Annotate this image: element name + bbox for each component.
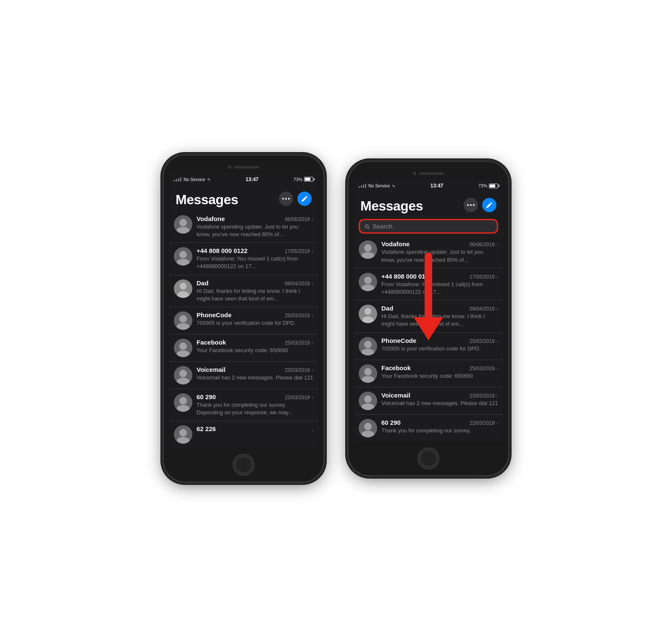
right-date-44808: 17/05/2019 (470, 274, 495, 280)
left-message-content-44808: +44 808 000 0122 17/05/2019 › From Vodaf… (197, 247, 313, 270)
left-message-content-dad: Dad 09/04/2019 › Hi Dad, thanks for lett… (197, 279, 313, 303)
right-avatar-person-phonecode (359, 337, 377, 355)
right-message-content-phonecode: PhoneCode 25/03/2019 › 705905 is your ve… (381, 337, 498, 353)
right-message-top-vodafone: Vodafone 06/06/2019 › (381, 240, 498, 247)
right-messages-header: Messages (354, 191, 503, 217)
right-chevron-phonecode: › (496, 338, 498, 344)
left-message-item-62226[interactable]: 62 226 › (169, 421, 318, 448)
left-message-item-voicemail[interactable]: Voicemail 23/03/2019 › Voicemail has 2 n… (169, 362, 318, 389)
left-chevron-dad: › (312, 281, 313, 287)
left-signal-dot-1 (174, 180, 175, 182)
left-message-item-phonecode[interactable]: PhoneCode 25/03/2019 › 705905 is your ve… (169, 307, 318, 334)
left-avatar-body-44808 (177, 259, 189, 266)
left-chevron-voicemail: › (312, 367, 313, 373)
right-message-top-60290: 60 290 22/03/2019 › (381, 419, 498, 426)
right-avatar-44808 (359, 273, 377, 291)
right-preview-voicemail: Voicemail has 2 new messages. Please dia… (381, 400, 498, 407)
left-chevron-vodafone: › (312, 216, 313, 222)
right-message-top-phonecode: PhoneCode 25/03/2019 › (381, 337, 498, 344)
left-status-bar: No Service ∿ 13:47 73% (169, 173, 318, 185)
left-date-vodafone: 06/06/2019 (285, 216, 310, 222)
right-message-item-vodafone[interactable]: Vodafone 06/06/2019 › Vodafone spending … (354, 236, 503, 268)
right-message-item-dad[interactable]: Dad 09/04/2019 › Hi Dad, thanks for lett… (354, 300, 503, 332)
right-message-content-voicemail: Voicemail 23/03/2019 › Voicemail has 2 n… (381, 392, 498, 407)
right-more-options-button[interactable] (464, 198, 478, 212)
left-message-content-voicemail: Voicemail 23/03/2019 › Voicemail has 2 n… (197, 366, 313, 382)
left-date-60290: 22/03/2019 (285, 395, 310, 400)
right-chevron-vodafone: › (496, 242, 498, 247)
left-message-top-vodafone: Vodafone 06/06/2019 › (197, 215, 313, 222)
left-preview-dad: Hi Dad, thanks for letting me know. I th… (197, 287, 313, 303)
left-home-button[interactable] (233, 454, 255, 476)
right-speaker-dot (413, 172, 416, 175)
left-message-content-facebook: Facebook 25/03/2019 › Your Facebook secu… (197, 339, 313, 354)
left-sender-phonecode: PhoneCode (197, 311, 231, 318)
left-messages-header: Messages (169, 185, 318, 211)
left-avatar-vodafone (174, 215, 192, 234)
left-chevron-60290: › (312, 395, 313, 400)
left-message-top-facebook: Facebook 25/03/2019 › (197, 339, 313, 346)
left-signal-dots (174, 177, 181, 182)
left-more-options-button[interactable] (279, 192, 293, 206)
left-status-right: 73% (294, 177, 313, 182)
right-status-bar: No Service ∿ 13:47 73% (354, 179, 503, 191)
left-message-item-facebook[interactable]: Facebook 25/03/2019 › Your Facebook secu… (169, 334, 318, 362)
right-message-item-44808[interactable]: +44 808 000 0122 17/05/2019 › From Vodaf… (354, 268, 503, 300)
left-phone-top-bar (169, 161, 318, 173)
left-avatar-62226 (174, 425, 192, 444)
right-message-top-44808: +44 808 000 0122 17/05/2019 › (381, 273, 498, 280)
right-preview-phonecode: 705905 is your verification code for DPD… (381, 345, 498, 353)
right-avatar-body-facebook (362, 376, 374, 383)
right-sender-voicemail: Voicemail (381, 392, 410, 399)
right-home-button[interactable] (417, 447, 439, 469)
left-date-voicemail: 23/03/2019 (285, 367, 310, 373)
right-chevron-44808: › (496, 274, 498, 280)
left-avatar-head-vodafone (179, 219, 187, 226)
left-message-content-phonecode: PhoneCode 25/03/2019 › 705905 is your ve… (197, 311, 313, 327)
right-search-bar-highlighted[interactable]: Search (359, 219, 498, 234)
right-wifi-icon: ∿ (392, 184, 395, 188)
right-message-item-facebook[interactable]: Facebook 25/03/2019 › Your Facebook secu… (354, 360, 503, 387)
left-avatar-person-phonecode (174, 311, 192, 330)
left-phone: No Service ∿ 13:47 73% Messages (164, 155, 323, 482)
left-message-top-62226: 62 226 › (197, 425, 313, 434)
right-avatar-body-voicemail (362, 403, 374, 410)
right-dots-icon (467, 204, 475, 206)
right-sender-60290: 60 290 (381, 419, 401, 426)
right-meta-voicemail: 23/03/2019 › (470, 393, 498, 399)
right-message-content-44808: +44 808 000 0122 17/05/2019 › From Vodaf… (381, 273, 498, 296)
left-message-item-dad[interactable]: Dad 09/04/2019 › Hi Dad, thanks for lett… (169, 275, 318, 307)
left-message-item-44808[interactable]: +44 808 000 0122 17/05/2019 › From Vodaf… (169, 243, 318, 275)
left-avatar-voicemail (174, 366, 192, 384)
right-avatar-head-facebook (364, 368, 372, 376)
left-avatar-body-voicemail (177, 378, 189, 384)
left-message-top-60290: 60 290 22/03/2019 › (197, 393, 313, 400)
right-preview-60290: Thank you for completing our survey. (381, 427, 498, 434)
left-battery-percent: 73% (294, 177, 302, 182)
left-avatar-head-phonecode (179, 315, 187, 323)
right-message-item-60290[interactable]: 60 290 22/03/2019 › Thank you for comple… (354, 415, 503, 442)
left-compose-button[interactable] (297, 192, 312, 206)
right-avatar-body-60290 (362, 431, 374, 437)
left-signal-label: No Service (184, 177, 205, 182)
right-avatar-dad (359, 305, 377, 323)
left-message-item-vodafone[interactable]: Vodafone 06/06/2019 › Vodafone spending … (169, 211, 318, 243)
left-battery-fill (305, 178, 310, 181)
right-signal-dots (359, 184, 366, 188)
left-meta-voicemail: 23/03/2019 › (285, 367, 313, 373)
right-compose-button[interactable] (482, 198, 496, 212)
right-message-content-vodafone: Vodafone 06/06/2019 › Vodafone spending … (381, 240, 498, 263)
right-message-item-voicemail[interactable]: Voicemail 23/03/2019 › Voicemail has 2 n… (354, 387, 503, 415)
left-chevron-44808: › (312, 248, 313, 254)
left-avatar-head-62226 (179, 429, 187, 437)
right-message-item-phonecode[interactable]: PhoneCode 25/03/2019 › 705905 is your ve… (354, 333, 503, 360)
right-message-top-dad: Dad 09/04/2019 › (381, 305, 498, 312)
left-date-facebook: 25/03/2019 (285, 340, 310, 346)
left-message-item-60290[interactable]: 60 290 22/03/2019 › Thank you for comple… (169, 389, 318, 421)
right-status-left: No Service ∿ (359, 183, 395, 188)
left-meta-phonecode: 25/03/2019 › (285, 313, 313, 318)
right-phone-top-bar (354, 168, 503, 179)
left-chevron-62226: › (312, 428, 313, 434)
left-time: 13:47 (246, 176, 259, 182)
right-meta-facebook: 25/03/2019 › (470, 366, 498, 371)
